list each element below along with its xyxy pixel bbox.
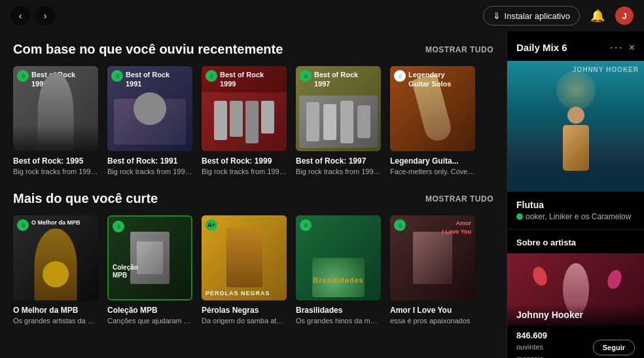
follow-button[interactable]: Seguir [593,340,635,355]
liked-section-header: Mais do que você curte Mostrar tudo [13,191,493,206]
recent-section-title: Com base no que você ouviu recentemente [13,42,283,57]
card-label-perolas: Pérolas Negras [202,306,287,315]
sidebar-controls: ··· × [610,41,635,54]
album-title-1997: Best of Rock1997 [314,70,358,89]
card-guitar[interactable]: ♫ LegendaryGuitar Solos Legendary Guita.… [390,66,475,175]
liked-cards-row: ♫ O Melhor da MPB O Melhor da MPB Os gra… [13,215,493,325]
card-brasil[interactable]: ♫ Brasilidades Brasilidades Os grandes h… [296,215,381,325]
download-icon: ⇓ [493,10,501,21]
card-desc-mpb: Os grandes artistas da MPB. Foto: Djavan [13,317,98,325]
card-label-amor: Amor I Love You [390,306,475,315]
card-mpb[interactable]: ♫ O Melhor da MPB O Melhor da MPB Os gra… [13,215,98,325]
spotify-badge-1999: ♫ [206,70,217,82]
sidebar-album-artist-text: JOHNNY HOOKER [573,66,639,73]
sidebar-track-info: Flutua ooker, Liniker e os Caramelow [507,192,644,230]
album-title-1991: Best of Rock1991 [126,70,170,89]
perolas-badge: PÉROLAS NEGRAS [206,290,270,296]
card-perolas[interactable]: A+ PÉROLAS NEGRAS Pérolas Negras Da orig… [202,215,287,325]
track-artist-names: ooker, Liniker e os Caramelow [526,212,631,221]
about-title: Sobre o artista [516,238,576,247]
card-label-brasil: Brasilidades [296,306,381,315]
card-desc-rock-1997: Big rock tracks from 1997. Cover:... [296,168,381,175]
album-title-1999: Best of Rock1999 [220,70,264,89]
card-desc-rock-1991: Big rock tracks from 1991. Cover: Red H.… [107,168,192,175]
card-label-mpb: O Melhor da MPB [13,306,98,315]
spotify-badge-guitar: ♫ [394,70,406,82]
spotify-badge-1991: ♫ [111,70,123,82]
card-rock-1999-art: ♫ Best of Rock1999 [202,66,287,151]
about-artist-section: Sobre o artista Johnny Hooker [507,230,644,358]
colecao-title-overlay: ColeçãoMPB [113,264,138,279]
card-desc-guitar: Face-melters only. Cover: Eddie Van... [390,168,475,175]
artist-stats: 846.609 ouvintesmensais Seguir [507,325,644,358]
card-rock-1997[interactable]: ♫ Best of Rock1997 Best of Rock: 1997 Bi… [296,66,381,175]
sidebar-title: Daily Mix 6 [516,42,567,53]
spotify-badge-1997: ♫ [300,70,312,82]
card-label-rock-1995: Best of Rock: 1995 [13,156,98,166]
card-colecao-art: ♫ ColeçãoMPB [107,215,192,300]
mpb-title-overlay: O Melhor da MPB [31,219,80,227]
spotify-badge-mpb: ♫ [17,219,29,231]
forward-button[interactable]: › [35,6,55,26]
install-label: Instalar aplicativo [505,11,570,21]
card-mpb-art: ♫ O Melhor da MPB [13,215,98,300]
card-colecao[interactable]: ♫ ColeçãoMPB Coleção MPB Canções que aju… [107,215,192,325]
about-header: Sobre o artista [507,230,644,253]
card-guitar-art: ♫ LegendaryGuitar Solos [390,66,475,151]
card-rock-1995[interactable]: ♫ Best of Rock 1995 Best of Rock: 1995 B… [13,66,98,175]
notification-button[interactable]: 🔔 [585,6,610,26]
sidebar-header: Daily Mix 6 ··· × [507,31,644,61]
spotify-badge-colecao: ♫ [113,221,124,232]
card-rock-1995-art: ♫ Best of Rock 1995 [13,66,98,151]
spotify-badge-1995: ♫ [17,70,29,82]
card-label-colecao: Coleção MPB [107,306,192,315]
card-desc-rock-1995: Big rock tracks from 1995. Cover: Oasis [13,168,98,175]
sidebar-album-art: JOHNNY HOOKER [507,61,644,192]
card-amor[interactable]: ♫ AmorI Love You Amor I Love You essa é … [390,215,475,325]
artist-name-overlay: Johnny Hooker [507,304,644,325]
card-rock-1999[interactable]: ♫ Best of Rock1999 Best of Rock: 1999 Bi… [202,66,287,175]
card-label-rock-1991: Best of Rock: 1991 [107,156,192,166]
card-desc-amor: essa é pros apaixonados [390,317,475,325]
sidebar-close-button[interactable]: × [629,42,635,54]
topbar: ‹ › ⇓ Instalar aplicativo 🔔 J [0,0,644,31]
card-desc-brasil: Os grandes hinos da música brasileira! [296,317,381,325]
liked-show-all-button[interactable]: Mostrar tudo [425,194,493,204]
track-artists: ooker, Liniker e os Caramelow [516,212,635,221]
card-brasil-art: ♫ Brasilidades [296,215,381,300]
sidebar-more-button[interactable]: ··· [610,41,624,54]
card-label-rock-1997: Best of Rock: 1997 [296,156,381,166]
card-desc-perolas: Da origem do samba até os dias de hoje,.… [202,317,287,325]
playing-indicator [516,213,523,220]
back-button[interactable]: ‹ [10,6,30,26]
content-area: Com base no que você ouviu recentemente … [0,31,507,358]
amor-title-overlay: AmorI Love You [442,219,471,236]
artist-image-container: Johnny Hooker [507,253,644,325]
card-label-guitar: Legendary Guita... [390,156,475,166]
spotify-badge-perolas: A+ [206,219,217,231]
brasil-title-overlay: Brasilidades [313,276,363,284]
spotify-badge-amor: ♫ [394,219,406,231]
main-layout: Com base no que você ouviu recentemente … [0,31,644,358]
track-name: Flutua [516,200,635,210]
listeners-info: 846.609 ouvintesmensais [516,331,547,358]
install-button[interactable]: ⇓ Instalar aplicativo [483,6,580,26]
card-desc-rock-1999: Big rock tracks from 1999. Cover: Blink-… [202,168,287,175]
card-rock-1991[interactable]: ♫ Best of Rock1991 Best of Rock: 1991 Bi… [107,66,192,175]
avatar[interactable]: J [615,7,634,25]
recent-show-all-button[interactable]: Mostrar tudo [425,45,493,54]
sidebar: Daily Mix 6 ··· × JOHNNY HOOKER Flutua [507,31,644,358]
artist-name-sidebar: Johnny Hooker [516,310,635,320]
card-label-rock-1999: Best of Rock: 1999 [202,156,287,166]
liked-section-title: Mais do que você curte [13,191,158,206]
card-desc-colecao: Canções que ajudaram a escrevre... [107,317,192,325]
listeners-label: ouvintesmensais [516,343,543,358]
recent-section-header: Com base no que você ouviu recentemente … [13,42,493,57]
card-rock-1991-art: ♫ Best of Rock1991 [107,66,192,151]
card-perolas-art: A+ PÉROLAS NEGRAS [202,215,287,300]
card-amor-art: ♫ AmorI Love You [390,215,475,300]
card-rock-1997-art: ♫ Best of Rock1997 [296,66,381,151]
album-title-guitar: LegendaryGuitar Solos [408,70,451,89]
recent-cards-row: ♫ Best of Rock 1995 Best of Rock: 1995 B… [13,66,493,175]
listeners-count: 846.609 [516,331,547,340]
